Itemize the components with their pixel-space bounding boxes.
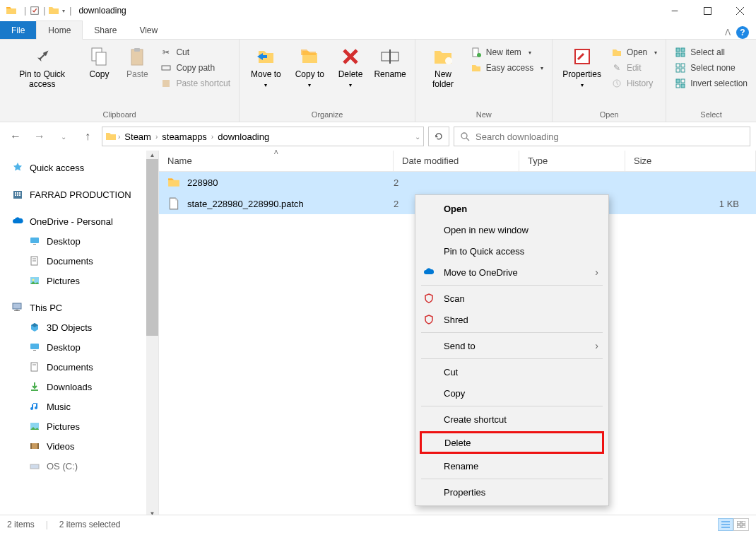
tab-share[interactable]: Share — [83, 21, 128, 39]
cloud-icon — [11, 215, 24, 228]
history-button[interactable]: History — [608, 76, 660, 90]
documents-icon — [28, 361, 41, 373]
copy-path-button[interactable]: Copy path — [158, 61, 233, 75]
ctx-scan[interactable]: Scan — [415, 288, 608, 309]
ctx-properties[interactable]: Properties — [415, 481, 608, 503]
select-none-button[interactable]: Select none — [672, 61, 750, 75]
recent-locations-button[interactable]: ⌄ — [54, 127, 73, 146]
select-all-button[interactable]: Select all — [672, 45, 750, 59]
svg-rect-36 — [30, 238, 39, 243]
column-size[interactable]: Size — [625, 151, 756, 171]
scroll-up-icon[interactable]: ▲ — [146, 151, 158, 159]
copy-button[interactable]: Copy — [81, 42, 117, 108]
qat-dropdown-icon[interactable]: ▾ — [62, 8, 65, 14]
edit-button[interactable]: ✎Edit — [608, 61, 660, 75]
column-date[interactable]: Date modified — [394, 151, 519, 171]
nav-item[interactable]: Desktop — [0, 337, 158, 357]
select-all-icon — [675, 47, 686, 58]
ctx-send-to[interactable]: Send to› — [415, 335, 608, 356]
invert-selection-button[interactable]: Invert selection — [672, 76, 750, 90]
nav-item[interactable]: Music — [0, 397, 158, 416]
close-button[interactable] — [723, 0, 756, 21]
easy-access-button[interactable]: Easy access ▾ — [468, 61, 546, 75]
help-icon[interactable]: ? — [736, 26, 749, 39]
move-to-button[interactable]: Move to ▾ — [245, 42, 287, 108]
breadcrumb-item[interactable]: steamapps — [159, 131, 210, 142]
ctx-create-shortcut[interactable]: Create shortcut — [415, 409, 608, 430]
address-bar-row: ← → ⌄ ↑ › Steam › steamapps › downloadin… — [0, 122, 756, 151]
invert-icon — [675, 78, 686, 89]
nav-quick-access[interactable]: Quick access — [0, 158, 158, 177]
main-area: Quick access FARRAD PRODUCTION OneDrive … — [0, 151, 756, 517]
nav-item[interactable]: Pictures — [0, 271, 158, 291]
new-item-button[interactable]: New item ▾ — [468, 45, 546, 59]
nav-this-pc[interactable]: This PC — [0, 298, 158, 317]
nav-farrad[interactable]: FARRAD PRODUCTION — [0, 184, 158, 204]
forward-button[interactable]: → — [30, 127, 49, 146]
nav-item[interactable]: OS (C:) — [0, 456, 158, 476]
search-input[interactable]: Search downloading — [454, 127, 750, 146]
svg-line-28 — [466, 138, 469, 141]
nav-item[interactable]: Downloads — [0, 377, 158, 397]
title-bar: | | ▾ | downloading ─ — [0, 0, 756, 21]
address-bar[interactable]: › Steam › steamapps › downloading ⌄ — [102, 127, 424, 146]
history-icon — [611, 78, 622, 89]
videos-icon — [28, 440, 41, 452]
svg-rect-31 — [17, 192, 18, 194]
delete-button[interactable]: Delete▾ — [333, 42, 368, 108]
ctx-open[interactable]: Open — [415, 198, 608, 219]
ctx-copy[interactable]: Copy — [415, 382, 608, 404]
svg-rect-60 — [742, 521, 745, 524]
new-folder-button[interactable]: New folder — [421, 42, 465, 108]
qat-save-icon[interactable] — [29, 5, 40, 16]
context-menu: Open Open in new window Pin to Quick acc… — [415, 194, 609, 506]
ctx-pin-quick-access[interactable]: Pin to Quick access — [415, 240, 608, 262]
breadcrumb-item[interactable]: downloading — [215, 131, 272, 142]
copy-to-button[interactable]: Copy to ▾ — [290, 42, 330, 108]
nav-item[interactable]: 3D Objects — [0, 317, 158, 337]
minimize-button[interactable]: ─ — [658, 0, 691, 21]
thumbnails-view-button[interactable] — [733, 518, 749, 531]
qat-folder-icon[interactable] — [48, 5, 59, 16]
ctx-shred[interactable]: Shred — [415, 309, 608, 330]
column-name[interactable]: ᐱName — [159, 151, 394, 171]
pin-to-quick-access-button[interactable]: Pin to Quick access — [6, 42, 78, 108]
ctx-rename[interactable]: Rename — [415, 455, 608, 476]
up-button[interactable]: ↑ — [78, 127, 98, 146]
scroll-thumb[interactable] — [146, 159, 158, 336]
open-button[interactable]: Open ▾ — [608, 45, 660, 59]
details-view-button[interactable] — [718, 518, 733, 531]
ctx-open-new-window[interactable]: Open in new window — [415, 219, 608, 240]
collapse-ribbon-icon[interactable]: ᐱ — [725, 28, 731, 37]
column-type[interactable]: Type — [519, 151, 625, 171]
maximize-button[interactable] — [691, 0, 723, 21]
tab-view[interactable]: View — [128, 21, 169, 39]
breadcrumb-item[interactable]: Steam — [122, 131, 154, 142]
nav-item[interactable]: Documents — [0, 251, 158, 271]
easy-access-icon — [471, 62, 482, 74]
nav-item[interactable]: Videos — [0, 436, 158, 456]
nav-item[interactable]: Documents — [0, 357, 158, 377]
sort-asc-icon: ᐱ — [274, 149, 278, 156]
properties-button[interactable]: Properties▾ — [558, 42, 606, 108]
svg-rect-24 — [681, 79, 685, 83]
ctx-move-onedrive[interactable]: Move to OneDrive› — [415, 262, 608, 283]
ctx-delete[interactable]: Delete — [420, 431, 604, 454]
pictures-icon — [28, 274, 41, 287]
back-button[interactable]: ← — [6, 127, 25, 146]
nav-onedrive[interactable]: OneDrive - Personal — [0, 211, 158, 231]
cut-button[interactable]: ✂Cut — [158, 45, 233, 59]
svg-rect-18 — [681, 53, 685, 57]
svg-rect-15 — [676, 48, 680, 52]
tab-file[interactable]: File — [0, 21, 36, 39]
ctx-cut[interactable]: Cut — [415, 361, 608, 382]
paste-shortcut-button[interactable]: Paste shortcut — [158, 76, 233, 90]
refresh-button[interactable] — [428, 127, 449, 146]
nav-item[interactable]: Pictures — [0, 416, 158, 436]
paste-button[interactable]: Paste — [119, 42, 155, 108]
nav-item[interactable]: Desktop — [0, 231, 158, 251]
tab-home[interactable]: Home — [36, 20, 83, 40]
file-row[interactable]: 228980 2 — [159, 172, 756, 193]
rename-button[interactable]: Rename — [371, 42, 409, 108]
address-dropdown-icon[interactable]: ⌄ — [415, 133, 420, 141]
